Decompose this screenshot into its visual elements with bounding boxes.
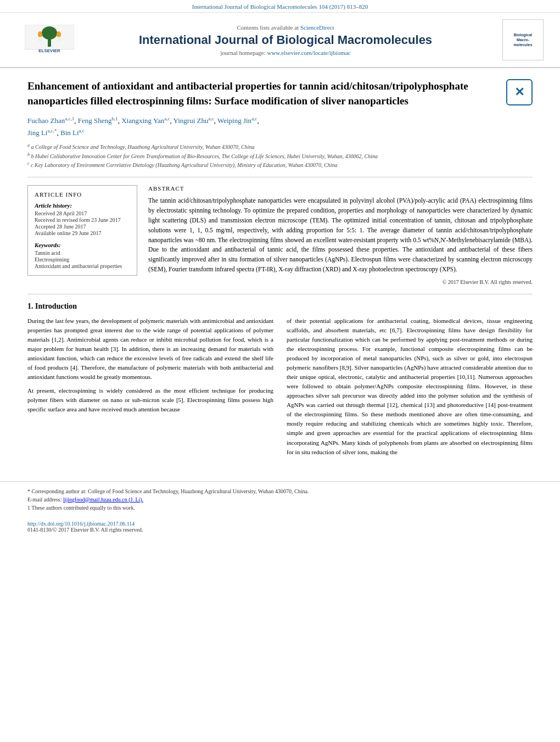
article-content: Enhancement of antioxidant and antibacte…: [0, 68, 560, 472]
abstract-title: ABSTRACT: [148, 185, 533, 192]
keywords-title: Keywords:: [35, 242, 130, 248]
journal-header-center: Contents lists available at ScienceDirec…: [82, 24, 489, 56]
keyword-3: Antioxidant and antibacterial properties: [35, 263, 130, 269]
email-note: E-mail address: lijingfood@mail.hzau.edu…: [27, 495, 533, 504]
copyright-line: © 2017 Elsevier B.V. All rights reserved…: [148, 279, 533, 285]
doi-link[interactable]: http://dx.doi.org/10.1016/j.ijbiomac.201…: [27, 521, 135, 527]
equal-contribution-note: 1 These authors contributed equally to t…: [27, 504, 533, 512]
journal-header: ELSEVIER Contents lists available at Sci…: [0, 13, 560, 68]
article-title: Enhancement of antioxidant and antibacte…: [27, 79, 495, 108]
footer-notes: * Corresponding author at: College of Fo…: [0, 481, 560, 517]
svg-point-2: [42, 26, 57, 40]
abstract-column: ABSTRACT The tannin acid/chitosan/tripol…: [148, 185, 533, 285]
affiliation-a: a a College of Food Science and Technolo…: [27, 142, 533, 151]
journal-top-bar: International Journal of Biological Macr…: [0, 0, 560, 13]
intro-para-2: At present, electrospinning is widely co…: [27, 386, 273, 414]
author-feng-sheng: Feng Sheng: [78, 117, 112, 125]
available-date: Available online 29 June 2017: [35, 230, 130, 236]
journal-name: International Journal of Biological Macr…: [82, 33, 489, 47]
sciencedirect-link[interactable]: ScienceDirect: [300, 24, 334, 31]
info-abstract-section: ARTICLE INFO Article history: Received 2…: [27, 185, 533, 285]
author-bin-li: Bin Li: [60, 129, 79, 137]
received-date: Received 28 April 2017: [35, 210, 130, 216]
introduction-section-title: 1. Introduction: [27, 302, 533, 311]
introduction-col-left: During the last few years, the developme…: [27, 316, 273, 461]
revised-date: Received in revised form 23 June 2017: [35, 217, 130, 223]
intro-para-3: of their potential applications for anti…: [287, 316, 533, 457]
article-info-title: ARTICLE INFO: [35, 191, 130, 198]
svg-text:ELSEVIER: ELSEVIER: [38, 48, 60, 53]
author-jing-li: Jing Li: [27, 129, 47, 137]
article-info-box: ARTICLE INFO Article history: Received 2…: [27, 185, 137, 276]
affiliation-c: c c Key Laboratory of Environment Correl…: [27, 160, 533, 169]
author-email-link[interactable]: lijingfood@mail.hzau.edu.cn (J. Li).: [63, 496, 143, 503]
author-xiangxing-yan: Xiangxing Yan: [121, 117, 164, 125]
issn-line: 0141-8130/© 2017 Elsevier B.V. All right…: [27, 527, 143, 533]
introduction-body: During the last few years, the developme…: [27, 316, 533, 461]
author-fuchao-zhan: Fuchao Zhan: [27, 117, 65, 125]
author-yingrui-zhu: Yingrui Zhu: [173, 117, 209, 125]
abstract-text: The tannin acid/chitosan/tripolyphosphat…: [148, 196, 533, 275]
separator-2: [27, 294, 533, 294]
journal-volume-info: International Journal of Biological Macr…: [192, 3, 368, 10]
affiliation-b: b b Hubei Collaborative Innovation Cente…: [27, 152, 533, 160]
affiliations: a a College of Food Science and Technolo…: [27, 142, 533, 169]
biological-macromolecules-logo-icon: Biological Macro- molecules: [502, 19, 544, 60]
article-info-column: ARTICLE INFO Article history: Received 2…: [27, 185, 137, 285]
intro-para-1: During the last few years, the developme…: [27, 316, 273, 382]
page: International Journal of Biological Macr…: [0, 0, 560, 742]
svg-rect-6: [57, 37, 60, 41]
authors-line: Fuchao Zhana,c,1, Feng Shengb,1, Xiangxi…: [27, 115, 533, 139]
journal-homepage-link[interactable]: www.elsevier.com/locate/ijbiomac: [267, 49, 350, 56]
elsevier-logo-icon: ELSEVIER: [25, 25, 74, 55]
crossmark-logo-icon[interactable]: ✕: [506, 79, 533, 105]
keyword-2: Electrospinning: [35, 256, 130, 263]
article-history-title: Article history:: [35, 202, 130, 209]
contents-available-text: Contents lists available at ScienceDirec…: [82, 24, 489, 31]
title-section: Enhancement of antioxidant and antibacte…: [27, 79, 533, 108]
elsevier-branding: ELSEVIER: [16, 25, 82, 55]
keyword-1: Tannin acid: [35, 250, 130, 256]
journal-homepage: journal homepage: www.elsevier.com/locat…: [82, 49, 489, 56]
author-weiping-jin: Weiping Jin: [217, 117, 251, 125]
svg-rect-5: [38, 37, 42, 41]
keywords-section: Keywords: Tannin acid Electrospinning An…: [35, 242, 130, 269]
introduction-col-right: of their potential applications for anti…: [287, 316, 533, 461]
corresponding-author-note: * Corresponding author at: College of Fo…: [27, 487, 533, 495]
journal-logo-area: Biological Macro- molecules: [489, 19, 544, 60]
footer-doi: http://dx.doi.org/10.1016/j.ijbiomac.201…: [0, 517, 560, 535]
separator-1: [27, 177, 533, 177]
accepted-date: Accepted 28 June 2017: [35, 224, 130, 230]
